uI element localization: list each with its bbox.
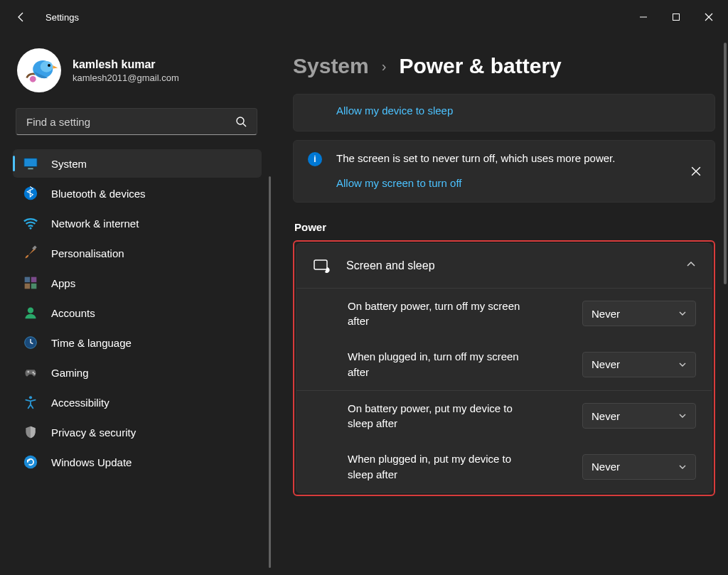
sidebar-item-label: Personalisation — [51, 247, 124, 259]
person-icon — [23, 305, 38, 321]
svg-point-13 — [30, 227, 32, 230]
sidebar-item-label: Accounts — [51, 307, 95, 319]
svg-rect-15 — [25, 277, 31, 283]
banner-screen: i The screen is set to never turn off, w… — [293, 140, 715, 203]
screen-and-sleep-group: Screen and sleep On battery power, turn … — [296, 243, 712, 493]
sidebar-item-update[interactable]: Windows Update — [13, 448, 262, 476]
breadcrumb-current: Power & battery — [399, 54, 561, 78]
shield-icon — [23, 424, 38, 440]
svg-line-8 — [243, 124, 246, 127]
sidebar-item-bluetooth[interactable]: Bluetooth & devices — [13, 179, 262, 208]
screen-sleep-icon — [312, 257, 331, 275]
chevron-up-icon — [686, 259, 696, 272]
svg-point-22 — [32, 372, 33, 373]
maximize-button[interactable] — [660, 6, 692, 28]
wifi-icon — [23, 215, 38, 231]
dropdown-value: Never — [592, 410, 620, 422]
sidebar-item-privacy[interactable]: Privacy & security — [13, 418, 262, 446]
search-icon — [235, 116, 247, 127]
dropdown-plugged-sleep[interactable]: Never — [582, 454, 696, 480]
svg-point-3 — [30, 76, 36, 82]
gamepad-icon — [23, 365, 38, 380]
apps-icon — [23, 275, 38, 291]
sidebar-item-label: Windows Update — [51, 456, 132, 468]
svg-rect-11 — [28, 168, 33, 169]
row-label: On battery power, turn off my screen aft… — [348, 299, 532, 330]
dropdown-value: Never — [592, 358, 620, 370]
highlight-box: Screen and sleep On battery power, turn … — [293, 240, 715, 496]
profile-email: kamlesh2011@gmail.com — [73, 72, 179, 83]
sidebar-item-label: Apps — [51, 277, 75, 289]
profile-text: kamlesh kumar kamlesh2011@gmail.com — [73, 58, 179, 83]
update-icon — [23, 454, 38, 470]
window-controls — [627, 6, 725, 28]
profile-name: kamlesh kumar — [73, 58, 179, 71]
sidebar-item-label: System — [51, 158, 87, 170]
svg-point-23 — [33, 373, 35, 375]
svg-point-5 — [41, 61, 53, 72]
nav: System Bluetooth & devices Network & int… — [13, 149, 262, 476]
svg-rect-1 — [673, 14, 680, 21]
avatar — [17, 48, 61, 92]
dropdown-plugged-screen-off[interactable]: Never — [582, 352, 696, 377]
sidebar-item-gaming[interactable]: Gaming — [13, 358, 262, 387]
clock-icon — [23, 335, 38, 350]
back-button[interactable] — [14, 10, 28, 24]
row-label: When plugged in, turn off my screen afte… — [348, 349, 532, 380]
breadcrumb: System › Power & battery — [293, 54, 715, 78]
banner-screen-text: The screen is set to never turn off, whi… — [336, 151, 635, 167]
app-title: Settings — [46, 12, 79, 23]
breadcrumb-root[interactable]: System — [293, 54, 369, 78]
dropdown-value: Never — [592, 308, 620, 320]
sidebar-item-label: Bluetooth & devices — [51, 188, 146, 200]
sidebar-item-system[interactable]: System — [13, 149, 262, 178]
profile-block[interactable]: kamlesh kumar kamlesh2011@gmail.com — [13, 48, 262, 92]
content-scrollbar[interactable] — [724, 43, 727, 284]
search-placeholder: Find a setting — [26, 116, 90, 128]
chevron-down-icon — [678, 412, 687, 420]
sidebar-item-label: Accessibility — [51, 397, 109, 409]
sidebar: kamlesh kumar kamlesh2011@gmail.com Find… — [0, 34, 269, 575]
dropdown-battery-sleep[interactable]: Never — [582, 403, 696, 429]
svg-rect-26 — [314, 260, 327, 269]
sidebar-item-label: Privacy & security — [51, 426, 136, 439]
dropdown-battery-screen-off[interactable]: Never — [582, 301, 696, 326]
close-button[interactable] — [692, 6, 725, 28]
banner-close-button[interactable] — [689, 164, 703, 178]
main-content: System › Power & battery Allow my device… — [269, 34, 728, 575]
row-plugged-sleep: When plugged in, put my device to sleep … — [296, 441, 712, 493]
svg-point-19 — [28, 308, 33, 313]
search-input[interactable]: Find a setting — [16, 108, 257, 135]
allow-sleep-link[interactable]: Allow my device to sleep — [336, 104, 702, 117]
svg-rect-16 — [31, 277, 37, 283]
sidebar-item-label: Time & language — [51, 337, 132, 349]
titlebar: Settings — [0, 0, 728, 34]
chevron-down-icon — [678, 463, 687, 471]
sidebar-item-accounts[interactable]: Accounts — [13, 299, 262, 327]
sidebar-item-personalisation[interactable]: Personalisation — [13, 239, 262, 267]
svg-point-6 — [48, 64, 50, 67]
screen-and-sleep-header[interactable]: Screen and sleep — [296, 244, 712, 288]
sidebar-item-network[interactable]: Network & internet — [13, 209, 262, 237]
svg-point-25 — [24, 456, 37, 468]
dropdown-value: Never — [592, 461, 620, 473]
allow-screen-off-link[interactable]: Allow my screen to turn off — [336, 177, 702, 189]
sidebar-item-accessibility[interactable]: Accessibility — [13, 388, 262, 417]
chevron-down-icon — [678, 309, 687, 318]
svg-rect-14 — [32, 245, 36, 249]
sidebar-item-apps[interactable]: Apps — [13, 269, 262, 297]
row-battery-screen-off: On battery power, turn off my screen aft… — [296, 288, 712, 340]
svg-rect-18 — [31, 284, 37, 289]
minimize-button[interactable] — [627, 6, 660, 28]
svg-point-24 — [29, 396, 32, 399]
svg-rect-9 — [24, 158, 37, 167]
sidebar-item-time-language[interactable]: Time & language — [13, 328, 262, 357]
monitor-icon — [23, 156, 38, 171]
row-battery-sleep: On battery power, put my device to sleep… — [296, 390, 712, 442]
svg-point-7 — [237, 117, 244, 124]
row-label: When plugged in, put my device to sleep … — [348, 451, 532, 483]
info-icon: i — [308, 152, 322, 166]
row-label: On battery power, put my device to sleep… — [348, 401, 532, 432]
titlebar-left: Settings — [14, 10, 79, 24]
accessibility-icon — [23, 394, 38, 410]
